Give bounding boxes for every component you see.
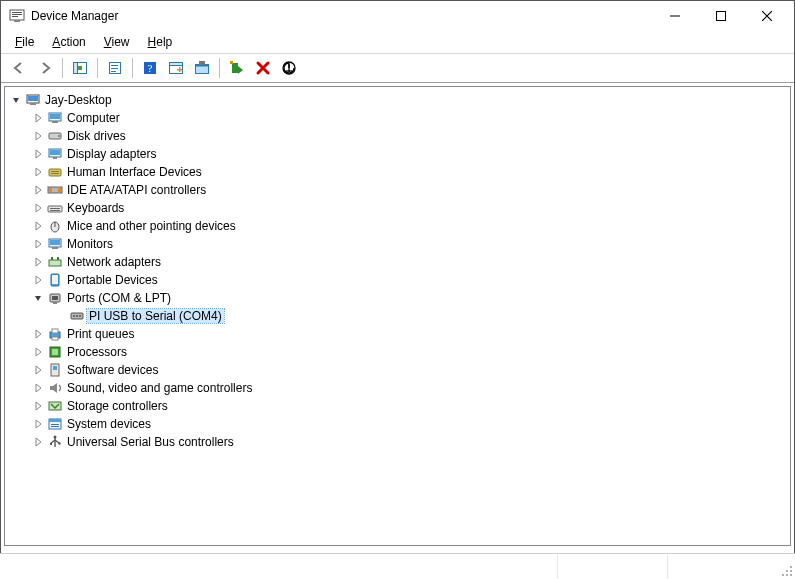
disable-device-button[interactable]	[277, 56, 301, 80]
expand-icon[interactable]	[31, 147, 45, 161]
collapse-icon[interactable]	[31, 291, 45, 305]
expand-icon[interactable]	[31, 399, 45, 413]
expand-icon[interactable]	[31, 363, 45, 377]
tree-category[interactable]: System devices	[31, 415, 790, 433]
tree-category[interactable]: Keyboards	[31, 199, 790, 217]
category-label[interactable]: IDE ATA/ATAPI controllers	[65, 183, 208, 197]
expand-icon[interactable]	[31, 237, 45, 251]
device-manager-icon	[9, 8, 25, 24]
svg-rect-13	[111, 71, 116, 72]
tree-category[interactable]: Print queues	[31, 325, 790, 343]
expand-icon[interactable]	[31, 165, 45, 179]
svg-point-61	[76, 315, 78, 317]
svg-rect-76	[54, 437, 55, 447]
category-label[interactable]: Display adapters	[65, 147, 158, 161]
category-label[interactable]: Software devices	[65, 363, 160, 377]
tree-category[interactable]: Processors	[31, 343, 790, 361]
category-label[interactable]: Keyboards	[65, 201, 126, 215]
menu-view[interactable]: View	[96, 33, 138, 51]
expand-icon[interactable]	[31, 111, 45, 125]
tree-category[interactable]: Storage controllers	[31, 397, 790, 415]
tree-category[interactable]: Human Interface Devices	[31, 163, 790, 181]
forward-button[interactable]	[33, 56, 57, 80]
category-label[interactable]: Disk drives	[65, 129, 128, 143]
device-tree-pane[interactable]: Jay-Desktop ComputerDisk drivesDisplay a…	[4, 86, 791, 546]
tree-category[interactable]: Disk drives	[31, 127, 790, 145]
expand-icon[interactable]	[31, 201, 45, 215]
expand-icon[interactable]	[31, 327, 45, 341]
tree-category[interactable]: Network adapters	[31, 253, 790, 271]
expand-icon[interactable]	[31, 129, 45, 143]
tree-category[interactable]: Ports (COM & LPT)	[31, 289, 790, 307]
category-label[interactable]: Portable Devices	[65, 273, 160, 287]
minimize-button[interactable]	[652, 1, 698, 31]
expand-icon[interactable]	[31, 381, 45, 395]
svg-rect-9	[78, 66, 82, 70]
category-icon	[47, 164, 63, 180]
menu-help[interactable]: Help	[140, 33, 181, 51]
tree-category[interactable]: Software devices	[31, 361, 790, 379]
uninstall-device-button[interactable]	[251, 56, 275, 80]
category-label[interactable]: Print queues	[65, 327, 136, 341]
svg-rect-23	[232, 63, 238, 73]
tree-category[interactable]: Computer	[31, 109, 790, 127]
expand-icon[interactable]	[31, 255, 45, 269]
expand-icon[interactable]	[31, 345, 45, 359]
menu-action[interactable]: Action	[44, 33, 93, 51]
svg-rect-35	[50, 150, 60, 155]
expand-icon[interactable]	[31, 417, 45, 431]
svg-point-83	[786, 570, 788, 572]
category-icon	[47, 344, 63, 360]
update-driver-button[interactable]	[190, 56, 214, 80]
close-button[interactable]	[744, 1, 790, 31]
category-label[interactable]: Human Interface Devices	[65, 165, 204, 179]
category-icon	[47, 110, 63, 126]
show-hide-tree-button[interactable]	[68, 56, 92, 80]
properties-button[interactable]	[103, 56, 127, 80]
tree-category[interactable]: Monitors	[31, 235, 790, 253]
category-label[interactable]: Storage controllers	[65, 399, 170, 413]
tree-device[interactable]: PI USB to Serial (COM4)	[53, 307, 790, 325]
tree-category[interactable]: Portable Devices	[31, 271, 790, 289]
collapse-icon[interactable]	[9, 93, 23, 107]
svg-rect-6	[717, 12, 726, 21]
category-label[interactable]: System devices	[65, 417, 153, 431]
scan-hardware-button[interactable]	[164, 56, 188, 80]
category-icon	[47, 398, 63, 414]
tree-category[interactable]: Sound, video and game controllers	[31, 379, 790, 397]
category-label[interactable]: Processors	[65, 345, 129, 359]
tree-category[interactable]: Display adapters	[31, 145, 790, 163]
expand-icon[interactable]	[31, 183, 45, 197]
category-label[interactable]: Universal Serial Bus controllers	[65, 435, 236, 449]
category-label[interactable]: Computer	[65, 111, 122, 125]
maximize-button[interactable]	[698, 1, 744, 31]
enable-device-button[interactable]	[225, 56, 249, 80]
tree-category[interactable]: Universal Serial Bus controllers	[31, 433, 790, 451]
resize-grip[interactable]	[777, 554, 795, 579]
tree-root-label[interactable]: Jay-Desktop	[43, 93, 114, 107]
back-button[interactable]	[7, 56, 31, 80]
category-label[interactable]: Mice and other pointing devices	[65, 219, 238, 233]
category-label[interactable]: Ports (COM & LPT)	[65, 291, 173, 305]
category-icon	[47, 236, 63, 252]
svg-point-79	[790, 574, 792, 576]
tree-root[interactable]: Jay-Desktop	[9, 91, 790, 109]
expand-icon[interactable]	[31, 273, 45, 287]
help-button[interactable]: ?	[138, 56, 162, 80]
svg-point-62	[79, 315, 81, 317]
category-label[interactable]: Network adapters	[65, 255, 163, 269]
category-label[interactable]: Sound, video and game controllers	[65, 381, 254, 395]
tree-category[interactable]: Mice and other pointing devices	[31, 217, 790, 235]
expand-icon[interactable]	[31, 435, 45, 449]
svg-text:?: ?	[148, 62, 153, 74]
svg-rect-55	[52, 275, 58, 284]
expand-icon[interactable]	[31, 219, 45, 233]
device-label[interactable]: PI USB to Serial (COM4)	[87, 309, 224, 323]
svg-point-60	[73, 315, 75, 317]
category-label[interactable]: Monitors	[65, 237, 115, 251]
tree-category[interactable]: IDE ATA/ATAPI controllers	[31, 181, 790, 199]
svg-rect-8	[74, 63, 78, 74]
category-icon	[47, 362, 63, 378]
category-icon	[47, 326, 63, 342]
menu-file[interactable]: File	[7, 33, 42, 51]
